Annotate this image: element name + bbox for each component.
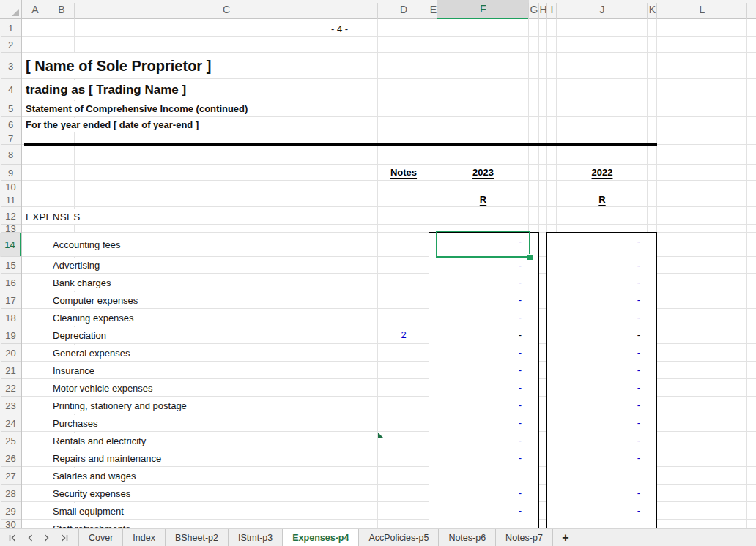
- expense-label[interactable]: Small equipment: [53, 503, 128, 519]
- sheet-tab-cover[interactable]: Cover: [78, 529, 123, 546]
- row-header-30[interactable]: 30: [0, 520, 21, 528]
- cell-statement-line2[interactable]: For the year ended [ date of year-end ]: [26, 118, 199, 132]
- expense-label[interactable]: Salaries and wages: [53, 468, 140, 484]
- column-header-A[interactable]: A: [22, 0, 48, 19]
- expense-label[interactable]: Printing, stationery and postage: [53, 397, 191, 414]
- row-header-10[interactable]: 10: [0, 181, 21, 192]
- expense-value-2022[interactable]: -: [558, 452, 640, 463]
- expense-label[interactable]: Depreciation: [53, 327, 111, 343]
- expense-value-2023[interactable]: -: [440, 294, 522, 305]
- expense-label[interactable]: Staff refreshments: [53, 520, 135, 528]
- expense-value-2022[interactable]: -: [558, 294, 640, 305]
- expense-value-2022[interactable]: -: [558, 487, 640, 498]
- expense-value-2022[interactable]: -: [558, 364, 640, 375]
- expense-value-2023[interactable]: -: [440, 260, 522, 271]
- previous-sheet-icon[interactable]: [27, 534, 33, 542]
- last-sheet-icon[interactable]: [61, 534, 68, 542]
- expense-label[interactable]: Purchases: [53, 415, 102, 431]
- sheet-tab-accpolicies-p5[interactable]: AccPolicies-p5: [359, 529, 439, 546]
- row-header-20[interactable]: 20: [0, 344, 21, 362]
- row-header-8[interactable]: 8: [0, 145, 21, 165]
- expense-note-ref[interactable]: 2: [378, 329, 429, 340]
- cell-page-number[interactable]: - 4 -: [22, 23, 657, 34]
- row-header-1[interactable]: 1: [0, 19, 21, 37]
- expense-value-2022[interactable]: -: [558, 417, 640, 428]
- row-header-7[interactable]: 7: [0, 132, 21, 145]
- expense-value-2023[interactable]: -: [440, 347, 522, 358]
- row-header-22[interactable]: 22: [0, 379, 21, 397]
- expense-label[interactable]: Cleaning expenses: [53, 310, 138, 326]
- cell-expenses-section-header[interactable]: EXPENSES: [26, 209, 80, 224]
- cell-statement-line1[interactable]: Statement of Comprehensive Income (conti…: [26, 101, 248, 116]
- expense-label[interactable]: Rentals and electricity: [53, 433, 150, 449]
- expense-value-2023[interactable]: -: [440, 312, 522, 323]
- expense-label[interactable]: Bank charges: [53, 274, 116, 291]
- expense-label[interactable]: Accounting fees: [53, 233, 125, 256]
- expense-value-2022[interactable]: -: [558, 329, 640, 340]
- selection-fill-handle[interactable]: [527, 254, 533, 261]
- expense-value-2023[interactable]: -: [440, 487, 522, 498]
- new-sheet-button[interactable]: +: [553, 529, 578, 546]
- cell-currency-2023[interactable]: R: [437, 194, 529, 205]
- row-header-6[interactable]: 6: [0, 117, 21, 132]
- expense-label[interactable]: Insurance: [53, 362, 99, 378]
- row-header-11[interactable]: 11: [0, 192, 21, 207]
- expense-value-2022[interactable]: -: [558, 312, 640, 323]
- row-header-12[interactable]: 12: [0, 207, 21, 225]
- expense-value-2023[interactable]: -: [440, 505, 522, 516]
- expense-value-2022[interactable]: -: [558, 277, 640, 288]
- column-header-J[interactable]: J: [557, 0, 648, 19]
- expense-value-2023[interactable]: -: [440, 417, 522, 428]
- cell-notes-header[interactable]: Notes: [378, 167, 429, 178]
- row-header-14[interactable]: 14: [0, 233, 21, 257]
- row-header-18[interactable]: 18: [0, 309, 21, 326]
- row-header-3[interactable]: 3: [0, 53, 21, 79]
- expense-label[interactable]: Security expenses: [53, 485, 135, 501]
- expense-value-2023[interactable]: -: [440, 452, 522, 463]
- expense-label[interactable]: Advertising: [53, 258, 104, 273]
- row-header-21[interactable]: 21: [0, 362, 21, 379]
- sheet-tab-index[interactable]: Index: [123, 529, 166, 546]
- row-header-9[interactable]: 9: [0, 165, 21, 181]
- expense-value-2023[interactable]: -: [440, 277, 522, 288]
- row-header-2[interactable]: 2: [0, 37, 21, 53]
- column-header-L[interactable]: L: [657, 0, 747, 19]
- row-header-27[interactable]: 27: [0, 467, 21, 485]
- row-header-23[interactable]: 23: [0, 397, 21, 414]
- sheet-tab-expenses-p4[interactable]: Expenses-p4: [283, 529, 359, 546]
- expense-value-2023[interactable]: -: [440, 400, 522, 411]
- column-header-B[interactable]: B: [48, 0, 75, 19]
- row-header-17[interactable]: 17: [0, 291, 21, 309]
- expense-value-2022[interactable]: -: [558, 435, 640, 446]
- sheet-tab-istmt-p3[interactable]: IStmt-p3: [229, 529, 283, 546]
- expense-value-2022[interactable]: -: [558, 236, 640, 247]
- expense-value-2023[interactable]: -: [440, 382, 522, 393]
- row-header-24[interactable]: 24: [0, 414, 21, 432]
- row-header-15[interactable]: 15: [0, 257, 21, 274]
- expense-value-2022[interactable]: -: [558, 260, 640, 271]
- expense-value-2023[interactable]: -: [440, 435, 522, 446]
- row-header-25[interactable]: 25: [0, 432, 21, 449]
- row-header-19[interactable]: 19: [0, 326, 21, 344]
- select-all-button[interactable]: [0, 0, 22, 19]
- column-header-F[interactable]: F: [437, 0, 529, 19]
- expense-value-2022[interactable]: -: [558, 505, 640, 516]
- expense-label[interactable]: Motor vehicle expenses: [53, 380, 158, 396]
- expense-label[interactable]: Computer expenses: [53, 292, 142, 308]
- sheet-tab-notes-p6[interactable]: Notes-p6: [439, 529, 496, 546]
- expense-value-2023[interactable]: -: [440, 364, 522, 375]
- sheet-tab-bsheet-p2[interactable]: BSheet-p2: [166, 529, 229, 546]
- column-header-D[interactable]: D: [378, 0, 429, 19]
- row-header-16[interactable]: 16: [0, 274, 21, 291]
- row-header-4[interactable]: 4: [0, 79, 21, 100]
- expense-label[interactable]: General expenses: [53, 345, 135, 361]
- row-header-5[interactable]: 5: [0, 100, 21, 117]
- row-header-29[interactable]: 29: [0, 502, 21, 520]
- expense-value-2023[interactable]: -: [440, 329, 522, 340]
- expense-value-2022[interactable]: -: [558, 382, 640, 393]
- selected-cell-F14[interactable]: [436, 231, 530, 258]
- expense-label[interactable]: Repairs and maintenance: [53, 450, 166, 466]
- cell-title[interactable]: [ Name of Sole Proprietor ]: [26, 53, 211, 78]
- row-header-28[interactable]: 28: [0, 485, 21, 502]
- sheet-tab-notes-p7[interactable]: Notes-p7: [496, 529, 553, 546]
